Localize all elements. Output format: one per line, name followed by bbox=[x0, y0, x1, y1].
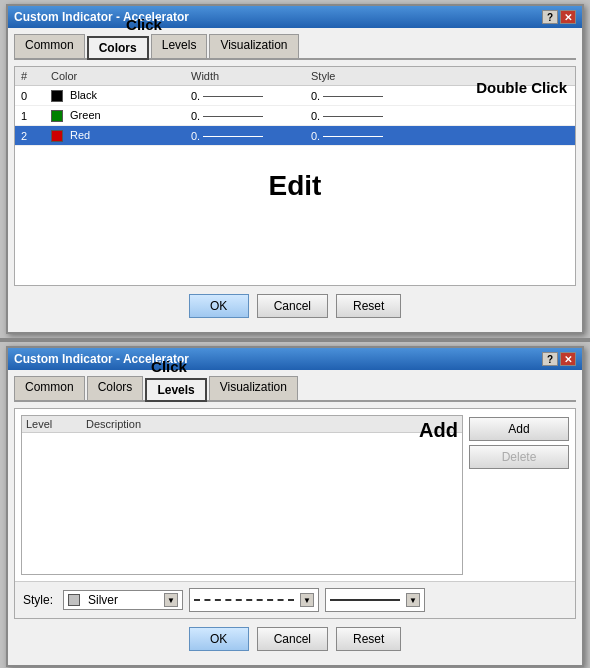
dash-style-select[interactable]: ▼ bbox=[189, 588, 319, 612]
tabs-2: Click Common Colors Levels Visualization bbox=[14, 376, 576, 402]
dialog1-body: Click Common Colors Levels Visualization… bbox=[8, 28, 582, 332]
col-header-num: # bbox=[15, 67, 45, 86]
dash-select-arrow[interactable]: ▼ bbox=[300, 593, 314, 607]
cancel-button-2[interactable]: Cancel bbox=[257, 627, 328, 651]
dialog1: Custom Indicator - Accelerator ? ✕ Click… bbox=[6, 4, 584, 334]
click-annotation-1: Click bbox=[126, 16, 162, 33]
row0-style-line bbox=[323, 96, 383, 97]
tabs-1: Click Common Colors Levels Visualization bbox=[14, 34, 576, 60]
color-swatch-green bbox=[51, 110, 63, 122]
levels-buttons: Add Delete bbox=[469, 415, 569, 469]
solid-select-arrow[interactable]: ▼ bbox=[406, 593, 420, 607]
tab-levels-1[interactable]: Levels bbox=[151, 34, 208, 58]
add-annotation: Add bbox=[419, 419, 458, 442]
row1-width: 0. bbox=[185, 106, 305, 126]
col-level-header: Level bbox=[26, 418, 86, 430]
color-style-name: Silver bbox=[88, 593, 118, 607]
dashed-line-preview bbox=[194, 599, 294, 601]
style-label: Style: bbox=[23, 593, 53, 607]
row2-line bbox=[203, 136, 263, 137]
solid-line-preview bbox=[330, 599, 400, 601]
title-bar-buttons-2: ? ✕ bbox=[542, 352, 576, 366]
col-header-width: Width bbox=[185, 67, 305, 86]
col-header-color: Color bbox=[45, 67, 185, 86]
tab-colors-1[interactable]: Colors bbox=[87, 36, 149, 60]
color-style-select[interactable]: Silver ▼ bbox=[63, 590, 183, 610]
row1-color-name: Green bbox=[70, 109, 101, 121]
levels-list: Level Description bbox=[21, 415, 463, 575]
title-bar-buttons-1: ? ✕ bbox=[542, 10, 576, 24]
delete-level-button[interactable]: Delete bbox=[469, 445, 569, 469]
row1-line bbox=[203, 116, 263, 117]
row0-width: 0. bbox=[185, 86, 305, 106]
levels-list-header: Level Description bbox=[22, 416, 462, 433]
close-button-2[interactable]: ✕ bbox=[560, 352, 576, 366]
style-row: Style: Silver ▼ ▼ ▼ bbox=[15, 581, 575, 618]
row0-color: Black bbox=[45, 86, 185, 106]
tab-visualization-1[interactable]: Visualization bbox=[209, 34, 298, 58]
levels-panel: Level Description Add Add Delete bbox=[15, 409, 575, 581]
tab-colors-2[interactable]: Colors bbox=[87, 376, 144, 400]
dialog2-buttons: OK Cancel Reset bbox=[14, 619, 576, 659]
row0-num: 0 bbox=[15, 86, 45, 106]
help-button-1[interactable]: ? bbox=[542, 10, 558, 24]
tab-common-1[interactable]: Common bbox=[14, 34, 85, 58]
row1-color: Green bbox=[45, 106, 185, 126]
help-button-2[interactable]: ? bbox=[542, 352, 558, 366]
row1-num: 1 bbox=[15, 106, 45, 126]
row1-style-line bbox=[323, 116, 383, 117]
add-level-button[interactable]: Add bbox=[469, 417, 569, 441]
title-bar-1: Custom Indicator - Accelerator ? ✕ bbox=[8, 6, 582, 28]
color-row-1[interactable]: 1 Green 0. 0. bbox=[15, 106, 575, 126]
close-button-1[interactable]: ✕ bbox=[560, 10, 576, 24]
reset-button-1[interactable]: Reset bbox=[336, 294, 401, 318]
dialog-separator bbox=[0, 338, 590, 342]
edit-label: Edit bbox=[15, 146, 575, 226]
row2-num: 2 bbox=[15, 126, 45, 146]
row2-style-line bbox=[323, 136, 383, 137]
ok-button-2[interactable]: OK bbox=[189, 627, 249, 651]
row2-color: Red bbox=[45, 126, 185, 146]
solid-style-select[interactable]: ▼ bbox=[325, 588, 425, 612]
levels-side: Add Add Delete bbox=[469, 415, 569, 575]
dialog2-body: Click Common Colors Levels Visualization… bbox=[8, 370, 582, 665]
tab-visualization-2[interactable]: Visualization bbox=[209, 376, 298, 400]
levels-tab-content: Level Description Add Add Delete bbox=[14, 408, 576, 619]
ok-button-1[interactable]: OK bbox=[189, 294, 249, 318]
col-desc-header: Description bbox=[86, 418, 458, 430]
row1-style: 0. bbox=[305, 106, 575, 126]
dialog1-title: Custom Indicator - Accelerator bbox=[14, 10, 189, 24]
color-swatch-red bbox=[51, 130, 63, 142]
cancel-button-1[interactable]: Cancel bbox=[257, 294, 328, 318]
row2-style: 0. bbox=[305, 126, 575, 146]
dialog1-buttons: OK Cancel Reset bbox=[14, 286, 576, 326]
tab-levels-2[interactable]: Levels bbox=[145, 378, 206, 402]
colors-tab-content: Double Click # Color Width Style 0 bbox=[14, 66, 576, 286]
color-swatch-black bbox=[51, 90, 63, 102]
click-annotation-2: Click bbox=[151, 358, 187, 375]
title-bar-2: Custom Indicator - Accelerator ? ✕ bbox=[8, 348, 582, 370]
dialog2: Custom Indicator - Accelerator ? ✕ Click… bbox=[6, 346, 584, 667]
levels-list-container: Level Description bbox=[21, 415, 463, 575]
color-row-2[interactable]: 2 Red 0. 0. bbox=[15, 126, 575, 146]
row0-line bbox=[203, 96, 263, 97]
color-select-arrow[interactable]: ▼ bbox=[164, 593, 178, 607]
silver-swatch bbox=[68, 594, 80, 606]
row0-color-name: Black bbox=[70, 89, 97, 101]
reset-button-2[interactable]: Reset bbox=[336, 627, 401, 651]
row2-color-name: Red bbox=[70, 129, 90, 141]
row2-width: 0. bbox=[185, 126, 305, 146]
tab-common-2[interactable]: Common bbox=[14, 376, 85, 400]
double-click-annotation: Double Click bbox=[476, 79, 567, 96]
